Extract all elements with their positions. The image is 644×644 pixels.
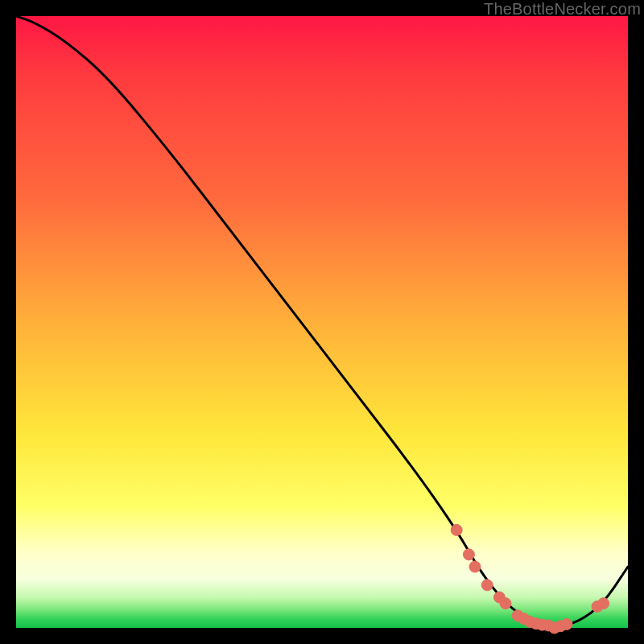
bottleneck-curve [16, 16, 628, 626]
data-marker [500, 598, 511, 609]
curve-svg [16, 16, 628, 628]
chart-frame: TheBottleNecker.com [0, 0, 644, 644]
data-marker [481, 580, 493, 591]
data-marker [469, 561, 481, 572]
data-marker [451, 524, 462, 535]
data-marker [463, 549, 474, 560]
plot-area [16, 16, 628, 628]
data-marker [561, 618, 572, 630]
data-marker [598, 598, 609, 609]
